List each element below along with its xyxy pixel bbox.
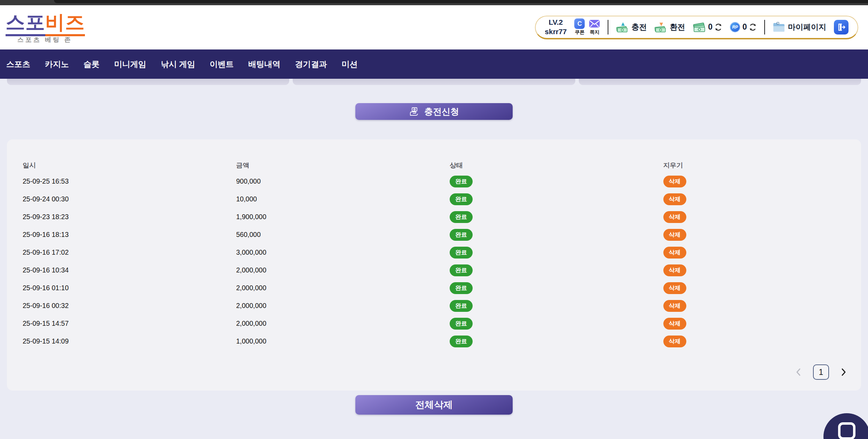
cell-delete: 삭제 [648, 229, 861, 241]
delete-row-button[interactable]: 삭제 [663, 318, 686, 330]
table-body: 25-09-25 16:53 900,000 완료 삭제 25-09-24 00… [7, 172, 861, 350]
coupon-button[interactable]: C 쿠폰 [574, 18, 585, 36]
user-info-bar: LV.2 skrr77 C 쿠폰 쪽지 [535, 16, 858, 39]
cell-delete: 삭제 [648, 193, 861, 205]
point-refresh-icon[interactable] [749, 23, 757, 31]
main-content: 충전신청 일시 금액 상태 지우기 25-09-25 16:53 900,000… [0, 79, 868, 439]
divider [764, 20, 765, 34]
cell-datetime: 25-09-15 14:09 [7, 337, 221, 345]
cell-datetime: 25-09-16 10:34 [7, 266, 221, 274]
cell-delete: 삭제 [648, 211, 861, 223]
mypage-label: 마이페이지 [788, 22, 826, 32]
delete-row-button[interactable]: 삭제 [663, 193, 686, 205]
cell-amount: 900,000 [221, 177, 434, 185]
deposit-label: 충전 [631, 22, 647, 32]
deposit-request-button[interactable]: 충전신청 [355, 103, 513, 120]
message-button[interactable]: 쪽지 [589, 18, 600, 36]
withdraw-money-down-icon [654, 22, 667, 32]
cell-status: 완료 [434, 193, 648, 205]
user-level-name: LV.2 skrr77 [545, 18, 567, 36]
table-row: 25-09-16 01:10 2,000,000 완료 삭제 [7, 279, 861, 297]
delete-row-button[interactable]: 삭제 [663, 336, 686, 347]
cropped-card [293, 79, 575, 85]
pagination: 1 [7, 364, 848, 380]
table-row: 25-09-16 00:32 2,000,000 완료 삭제 [7, 297, 861, 315]
browser-tab-edge [54, 0, 868, 3]
cell-delete: 삭제 [648, 282, 861, 294]
logo-subtitle: 스포츠 베팅 존 [6, 36, 85, 44]
cell-datetime: 25-09-16 01:10 [7, 284, 221, 292]
message-label: 쪽지 [590, 29, 599, 36]
cell-delete: 삭제 [648, 176, 861, 187]
col-header-amount: 금액 [221, 161, 434, 170]
cell-status: 완료 [434, 300, 648, 312]
status-badge: 완료 [450, 264, 473, 276]
table-row: 25-09-16 17:02 3,000,000 완료 삭제 [7, 244, 861, 261]
nav-item[interactable]: 스포츠 [6, 59, 30, 70]
nav-item[interactable]: 배팅내역 [248, 59, 280, 70]
logout-door-icon [837, 23, 846, 32]
cell-delete: 삭제 [648, 300, 861, 312]
cell-status: 완료 [434, 211, 648, 223]
col-header-delete: 지우기 [648, 161, 861, 170]
cash-balance-group: 0 [693, 22, 722, 32]
logo-part-orange: 비즈 [45, 11, 85, 36]
nav-item[interactable]: 이벤트 [210, 59, 234, 70]
delete-row-button[interactable]: 삭제 [663, 229, 686, 241]
chevron-left-icon[interactable] [794, 368, 803, 377]
withdraw-button[interactable]: 환전 [654, 22, 685, 32]
cash-refresh-icon[interactable] [715, 23, 722, 31]
cell-delete: 삭제 [648, 318, 861, 330]
cell-datetime: 25-09-25 16:53 [7, 177, 221, 185]
status-badge: 완료 [450, 336, 473, 347]
nav-item[interactable]: 낚시 게임 [161, 59, 195, 70]
cell-status: 완료 [434, 247, 648, 259]
col-header-datetime: 일시 [7, 161, 221, 170]
main-nav: 스포츠카지노슬롯미니게임낚시 게임이벤트배팅내역경기결과미션 [0, 49, 868, 79]
deposit-button[interactable]: 충전 [616, 22, 647, 32]
table-row: 25-09-24 00:30 10,000 완료 삭제 [7, 190, 861, 208]
status-badge: 완료 [450, 247, 473, 259]
delete-row-button[interactable]: 삭제 [663, 282, 686, 294]
nav-item[interactable]: 카지노 [45, 59, 69, 70]
table-row: 25-09-16 18:13 560,000 완료 삭제 [7, 226, 861, 244]
cell-status: 완료 [434, 336, 648, 347]
status-badge: 완료 [450, 193, 473, 205]
user-level: LV.2 [545, 18, 567, 27]
delete-all-button[interactable]: 전체삭제 [355, 395, 513, 415]
logo-part-purple: 스포 [6, 11, 45, 36]
delete-row-button[interactable]: 삭제 [663, 247, 686, 259]
mypage-button[interactable]: 마이페이지 [773, 22, 826, 32]
chat-widget-button[interactable] [823, 413, 868, 439]
folder-icon [773, 22, 785, 32]
nav-item[interactable]: 슬롯 [84, 59, 100, 70]
coupon-icon: C [574, 18, 585, 29]
withdraw-label: 환전 [670, 22, 685, 32]
delete-row-button[interactable]: 삭제 [663, 300, 686, 312]
delete-row-button[interactable]: 삭제 [663, 211, 686, 223]
cell-amount: 1,900,000 [221, 213, 434, 221]
delete-row-button[interactable]: 삭제 [663, 264, 686, 276]
nav-item[interactable]: 미션 [341, 59, 357, 70]
status-badge: 완료 [450, 176, 473, 187]
cell-datetime: 25-09-15 14:57 [7, 319, 221, 328]
site-logo[interactable]: 스포비즈 스포츠 베팅 존 [6, 13, 85, 44]
deposit-request-label: 충전신청 [424, 106, 459, 117]
status-badge: 완료 [450, 318, 473, 330]
table-row: 25-09-15 14:09 1,000,000 완료 삭제 [7, 332, 861, 350]
delete-row-button[interactable]: 삭제 [663, 176, 686, 187]
logout-button[interactable] [834, 20, 849, 34]
hand-money-icon [409, 106, 419, 117]
cell-status: 완료 [434, 282, 648, 294]
coupon-label: 쿠폰 [575, 29, 584, 36]
chevron-right-icon[interactable] [839, 368, 848, 377]
page-number-button[interactable]: 1 [813, 364, 829, 380]
status-badge: 완료 [450, 300, 473, 312]
nav-item[interactable]: 미니게임 [114, 59, 146, 70]
chat-bubble-icon [838, 422, 855, 439]
nav-item[interactable]: 경기결과 [295, 59, 327, 70]
message-icon [589, 18, 600, 29]
cell-delete: 삭제 [648, 247, 861, 259]
cell-delete: 삭제 [648, 264, 861, 276]
table-row: 25-09-15 14:57 2,000,000 완료 삭제 [7, 315, 861, 332]
